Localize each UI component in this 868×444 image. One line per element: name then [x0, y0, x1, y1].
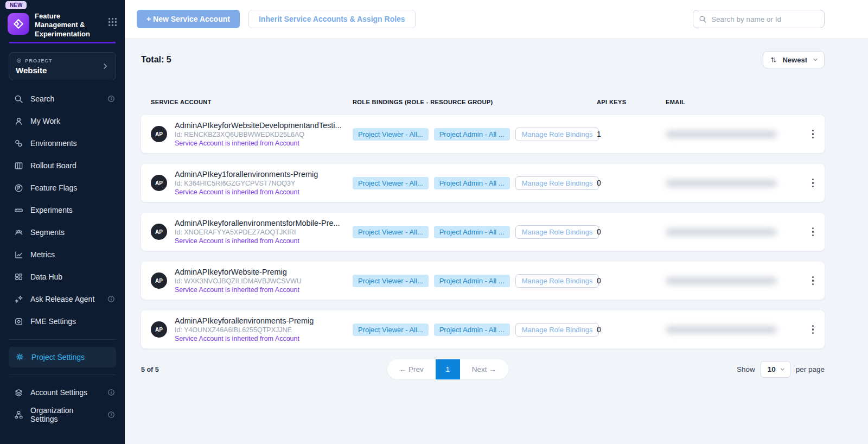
col-email: EMAIL — [666, 99, 796, 105]
search-input[interactable] — [711, 15, 819, 23]
board-icon — [14, 161, 23, 170]
sidebar-item-fme-settings[interactable]: FME Settings — [0, 310, 125, 333]
topbar: + New Service Account Inherit Service Ac… — [125, 0, 868, 38]
data-hub-icon — [14, 272, 23, 282]
inherited-note: Service Account is inherited from Accoun… — [175, 335, 314, 342]
avatar: AP — [151, 272, 167, 289]
info-icon[interactable] — [107, 295, 115, 303]
sidebar-item-organization-settings[interactable]: Organization Settings — [0, 404, 125, 426]
avatar: AP — [151, 126, 167, 142]
sidebar-nav: Search My Work Environments Rollout Boar… — [0, 88, 125, 333]
project-name: Website — [16, 66, 101, 75]
sidebar-item-environments[interactable]: Environments — [0, 132, 125, 155]
role-badge-viewer: Project Viewer - All... — [353, 275, 429, 287]
api-keys-count: 0 — [597, 179, 666, 187]
sidebar-divider — [9, 375, 116, 375]
kebab-menu-icon[interactable] — [808, 126, 819, 142]
col-service-account: SERVICE ACCOUNT — [151, 99, 353, 105]
sort-arrows-icon — [770, 56, 777, 64]
search-icon — [699, 15, 707, 23]
new-badge: NEW — [5, 1, 27, 9]
service-account-name: AdminAPIkeyforallenvironments-Premig — [175, 316, 314, 325]
sidebar-item-label: Organization Settings — [30, 406, 100, 423]
service-account-id: Id: XNOERAFYYA5XPDEZ7AOQTJKIRI — [175, 229, 340, 236]
manage-role-bindings-button[interactable]: Manage Role Bindings — [515, 225, 599, 239]
manage-role-bindings-button[interactable]: Manage Role Bindings — [515, 274, 599, 288]
sidebar-item-rollout-board[interactable]: Rollout Board — [0, 155, 125, 177]
table-row: AP AdminAPIkeyforallenvironments-Premig … — [141, 310, 825, 348]
service-account-name: AdminAPIkeyforallenvironmentsforMobile-P… — [175, 219, 340, 227]
sidebar-item-label: Segments — [30, 228, 65, 237]
info-icon[interactable] — [107, 411, 115, 418]
service-account-id: Id: WXK3NVOJBQZILIDMAVBJWCSVWU — [175, 277, 302, 285]
chevron-down-icon — [780, 366, 786, 372]
sidebar-item-feature-flags[interactable]: Feature Flags — [0, 177, 125, 199]
sidebar-divider — [9, 339, 116, 340]
role-badge-admin: Project Admin - All ... — [434, 226, 510, 238]
sidebar-item-label: Environments — [30, 139, 77, 148]
avatar: AP — [151, 175, 167, 191]
people-icon — [14, 228, 23, 237]
gear-icon — [15, 352, 24, 361]
sidebar-item-ask-release-agent[interactable]: Ask Release Agent — [0, 288, 125, 310]
chevron-right-icon — [101, 62, 109, 70]
project-selector[interactable]: PROJECT Website — [9, 52, 116, 80]
service-account-id: Id: Y4OUNXZ46A6IBL6255QTPXJJNE — [175, 326, 314, 334]
sidebar-item-data-hub[interactable]: Data Hub — [0, 266, 125, 288]
sidebar-item-label: Rollout Board — [30, 161, 76, 170]
email-redacted — [666, 326, 777, 333]
fme-icon — [14, 317, 23, 326]
sidebar-item-account-settings[interactable]: Account Settings — [0, 382, 125, 404]
kebab-menu-icon[interactable] — [808, 175, 819, 191]
page-size-value: 10 — [768, 365, 776, 373]
role-badge-admin: Project Admin - All ... — [434, 275, 510, 287]
sidebar-item-search[interactable]: Search — [0, 88, 125, 110]
sort-dropdown[interactable]: Newest — [763, 51, 825, 68]
manage-role-bindings-button[interactable]: Manage Role Bindings — [515, 128, 599, 141]
info-icon[interactable] — [107, 95, 115, 103]
email-redacted — [666, 277, 777, 284]
sidebar-item-label: Metrics — [30, 250, 55, 259]
role-badge-admin: Project Admin - All ... — [434, 128, 510, 141]
brand-underline — [9, 42, 116, 43]
table-row: AP AdminAPIkeyforWebsiteDevelopmentandTe… — [141, 115, 825, 153]
kebab-menu-icon[interactable] — [808, 322, 819, 338]
info-icon[interactable] — [107, 389, 115, 396]
sidebar-item-label: Data Hub — [30, 272, 62, 281]
sidebar-item-label: FME Settings — [30, 317, 76, 326]
avatar: AP — [151, 321, 167, 338]
table-header: SERVICE ACCOUNT ROLE BINDINGS (ROLE - RE… — [141, 99, 825, 105]
manage-role-bindings-button[interactable]: Manage Role Bindings — [515, 323, 599, 337]
next-page-button[interactable]: Next → — [460, 359, 508, 379]
table-row: AP AdminAPIkey1forallenvironments-Premig… — [141, 164, 825, 202]
search-icon — [14, 94, 23, 104]
pager: ← Prev 1 Next → — [387, 359, 508, 379]
api-keys-count: 0 — [597, 276, 666, 285]
sidebar-item-project-settings[interactable]: Project Settings — [9, 347, 116, 367]
role-badge-admin: Project Admin - All ... — [434, 177, 510, 189]
sidebar-item-experiments[interactable]: Experiments — [0, 199, 125, 221]
current-page-button[interactable]: 1 — [436, 359, 460, 379]
sidebar-item-my-work[interactable]: My Work — [0, 110, 125, 132]
inherited-note: Service Account is inherited from Accoun… — [175, 139, 342, 147]
sidebar-item-metrics[interactable]: Metrics — [0, 244, 125, 266]
col-api-keys: API KEYS — [597, 99, 666, 105]
show-label: Show — [737, 365, 755, 373]
service-account-id: Id: RENCKBZ3XQ6UBBWWEDKD25L6AQ — [175, 131, 342, 138]
api-keys-count: 0 — [597, 325, 666, 334]
table-row: AP AdminAPIkeyforWebsite-Premig Id: WXK3… — [141, 262, 825, 300]
page-size-dropdown[interactable]: 10 — [761, 361, 790, 378]
chevron-down-icon — [812, 56, 819, 63]
role-badge-viewer: Project Viewer - All... — [353, 177, 429, 189]
sidebar-item-segments[interactable]: Segments — [0, 221, 125, 244]
inherit-service-accounts-button[interactable]: Inherit Service Accounts & Assign Roles — [248, 10, 416, 28]
sidebar-item-label: My Work — [30, 117, 60, 125]
app-logo-icon — [8, 13, 29, 35]
app-switcher-icon[interactable] — [108, 17, 117, 27]
prev-page-button[interactable]: ← Prev — [387, 359, 436, 379]
manage-role-bindings-button[interactable]: Manage Role Bindings — [515, 176, 599, 190]
new-service-account-button[interactable]: + New Service Account — [137, 10, 240, 28]
kebab-menu-icon[interactable] — [808, 224, 819, 240]
kebab-menu-icon[interactable] — [808, 273, 819, 289]
avatar: AP — [151, 224, 167, 240]
